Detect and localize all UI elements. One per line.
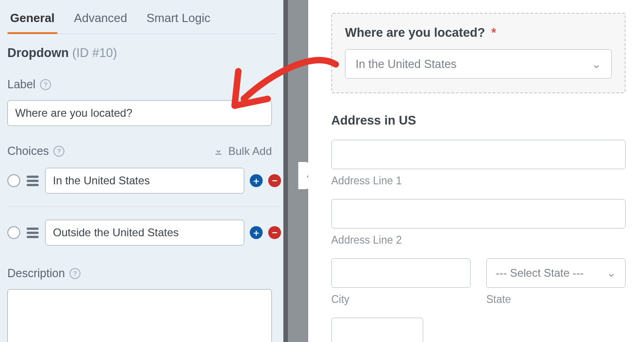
choice-row: ＋ − xyxy=(7,168,281,194)
tab-general[interactable]: General xyxy=(7,3,58,34)
label-heading-row: Label ? xyxy=(7,78,276,91)
help-icon[interactable]: ? xyxy=(40,79,51,90)
preview-panel: Where are you located? * In the United S… xyxy=(308,0,644,342)
drag-handle-icon[interactable] xyxy=(26,228,40,238)
add-choice-button[interactable]: ＋ xyxy=(250,174,263,187)
description-heading-row: Description ? xyxy=(7,267,276,280)
panel-divider: ‹ xyxy=(283,0,308,342)
default-choice-radio[interactable] xyxy=(7,226,20,239)
state-placeholder: --- Select State --- xyxy=(496,267,584,279)
address-line2-input[interactable] xyxy=(331,199,626,228)
choice-input[interactable] xyxy=(45,220,244,245)
state-label: State xyxy=(486,293,626,306)
chevron-down-icon: ⌄ xyxy=(607,267,616,279)
remove-choice-button[interactable]: − xyxy=(268,226,281,239)
editor-panel: General Advanced Smart Logic Dropdown (I… xyxy=(0,0,283,342)
help-icon[interactable]: ? xyxy=(53,146,64,157)
drag-handle-icon[interactable] xyxy=(26,176,40,186)
field-type: Dropdown xyxy=(7,46,69,60)
tab-advanced[interactable]: Advanced xyxy=(71,3,130,34)
address-line1-label: Address Line 1 xyxy=(331,175,626,187)
address-section-title: Address in US xyxy=(331,114,626,128)
city-state-row: City --- Select State --- ⌄ State xyxy=(331,258,626,306)
choices-header: Choices ? Bulk Add xyxy=(7,144,272,158)
add-choice-button[interactable]: ＋ xyxy=(250,226,263,239)
field-title: Dropdown (ID #10) xyxy=(7,46,276,60)
zip-input[interactable] xyxy=(331,318,423,342)
label-heading: Label xyxy=(7,78,35,91)
dropdown-select[interactable]: In the United States ⌄ xyxy=(345,49,612,79)
choice-input[interactable] xyxy=(45,168,244,194)
description-heading: Description xyxy=(7,267,65,280)
chevron-down-icon: ⌄ xyxy=(592,57,601,71)
city-input[interactable] xyxy=(331,258,471,288)
address-line2-field: Address Line 2 xyxy=(331,199,626,246)
zip-field: Zip Code xyxy=(331,318,423,342)
dropdown-selected-value: In the United States xyxy=(356,57,457,71)
editor-tabs: General Advanced Smart Logic xyxy=(7,0,276,34)
address-line2-label: Address Line 2 xyxy=(331,234,626,246)
choices-heading-row: Choices ? xyxy=(7,144,64,158)
preview-question-text: Where are you located? xyxy=(345,26,485,40)
state-select[interactable]: --- Select State --- ⌄ xyxy=(486,258,626,288)
description-textarea[interactable] xyxy=(7,289,272,342)
state-field: --- Select State --- ⌄ State xyxy=(486,258,626,306)
bulk-add-button[interactable]: Bulk Add xyxy=(213,145,272,158)
label-input[interactable] xyxy=(7,100,272,126)
preview-question-label: Where are you located? * xyxy=(345,26,612,40)
address-line1-field: Address Line 1 xyxy=(331,140,626,187)
remove-choice-button[interactable]: − xyxy=(268,174,281,187)
address-line1-input[interactable] xyxy=(331,140,626,169)
dropdown-preview-block[interactable]: Where are you located? * In the United S… xyxy=(331,13,626,93)
bulk-add-label: Bulk Add xyxy=(228,145,272,158)
field-id: (ID #10) xyxy=(72,46,117,60)
default-choice-radio[interactable] xyxy=(7,174,20,187)
city-label: City xyxy=(331,293,471,306)
city-field: City xyxy=(331,258,471,306)
choices-heading: Choices xyxy=(7,144,49,158)
tab-smart-logic[interactable]: Smart Logic xyxy=(144,3,213,34)
download-icon xyxy=(213,146,224,156)
choice-row: ＋ − xyxy=(7,206,281,245)
help-icon[interactable]: ? xyxy=(69,268,80,279)
required-asterisk-icon: * xyxy=(491,26,496,40)
